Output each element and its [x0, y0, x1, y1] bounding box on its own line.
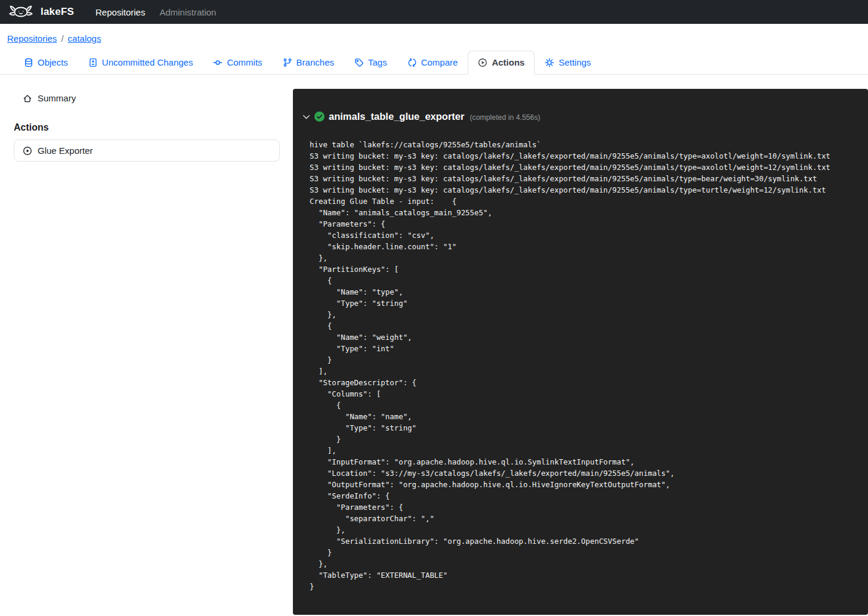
- tab-label: Uncommitted Changes: [102, 57, 193, 68]
- tab-label: Branches: [296, 57, 334, 68]
- play-circle-icon: [478, 58, 487, 67]
- lakefs-app: lakeFS Repositories Administration Repos…: [0, 0, 868, 616]
- tab-objects[interactable]: Objects: [14, 51, 78, 75]
- navbar-links: Repositories Administration: [88, 2, 223, 22]
- tab-label: Actions: [492, 57, 524, 68]
- tab-commits[interactable]: Commits: [203, 51, 272, 75]
- breadcrumb-repositories-link[interactable]: Repositories: [7, 33, 57, 44]
- git-branch-icon: [283, 58, 292, 67]
- brand-link[interactable]: lakeFS: [8, 4, 74, 20]
- tab-compare[interactable]: Compare: [397, 51, 468, 75]
- action-item-label: Glue Exporter: [38, 146, 93, 156]
- lakefs-logo-icon: [8, 4, 33, 20]
- actions-heading: Actions: [14, 122, 280, 133]
- brand-name: lakeFS: [41, 6, 74, 18]
- actions-page: Summary Actions Glue Exporter: [0, 89, 868, 615]
- file-diff-icon: [88, 58, 98, 67]
- repository-tabbar: Objects Uncommitted Changes Commits: [0, 51, 868, 75]
- tab-uncommitted-changes[interactable]: Uncommitted Changes: [78, 51, 203, 75]
- navbar-item-administration[interactable]: Administration: [152, 2, 223, 22]
- chevron-down-icon[interactable]: [301, 114, 312, 120]
- database-icon: [24, 58, 33, 67]
- run-log-output: hive table `lakefs://catalogs/9255e5/tab…: [310, 139, 857, 592]
- run-duration: (completed in 4.556s): [469, 113, 540, 122]
- tab-label: Settings: [558, 57, 591, 68]
- tab-label: Compare: [421, 57, 458, 68]
- actions-list: Glue Exporter: [14, 140, 280, 162]
- action-run-panel: animals_table_glue_exporter (completed i…: [293, 89, 868, 615]
- tab-label: Commits: [227, 57, 262, 68]
- actions-sidebar: Summary Actions Glue Exporter: [0, 89, 293, 615]
- tab-tags[interactable]: Tags: [344, 51, 397, 75]
- run-title: animals_table_glue_exporter: [329, 111, 464, 122]
- tab-settings[interactable]: Settings: [535, 51, 601, 75]
- breadcrumb: Repositories/catalogs: [7, 33, 868, 44]
- git-compare-icon: [407, 58, 417, 67]
- home-icon: [23, 94, 32, 103]
- gear-icon: [545, 58, 554, 67]
- tab-branches[interactable]: Branches: [273, 51, 344, 75]
- tab-actions[interactable]: Actions: [468, 51, 535, 75]
- commit-icon: [213, 58, 223, 67]
- tag-icon: [354, 58, 364, 67]
- action-item-glue-exporter[interactable]: Glue Exporter: [14, 140, 279, 161]
- sidebar-item-label: Summary: [38, 93, 76, 103]
- top-navbar: lakeFS Repositories Administration: [0, 0, 868, 24]
- breadcrumb-separator: /: [61, 33, 63, 44]
- breadcrumb-repository-link[interactable]: catalogs: [68, 33, 101, 44]
- run-header: animals_table_glue_exporter (completed i…: [301, 111, 857, 122]
- play-circle-icon: [23, 146, 32, 156]
- tab-label: Tags: [368, 57, 387, 68]
- check-circle-icon: [314, 112, 325, 122]
- tab-label: Objects: [38, 57, 68, 68]
- navbar-item-repositories[interactable]: Repositories: [88, 2, 152, 22]
- sidebar-item-summary[interactable]: Summary: [14, 90, 280, 106]
